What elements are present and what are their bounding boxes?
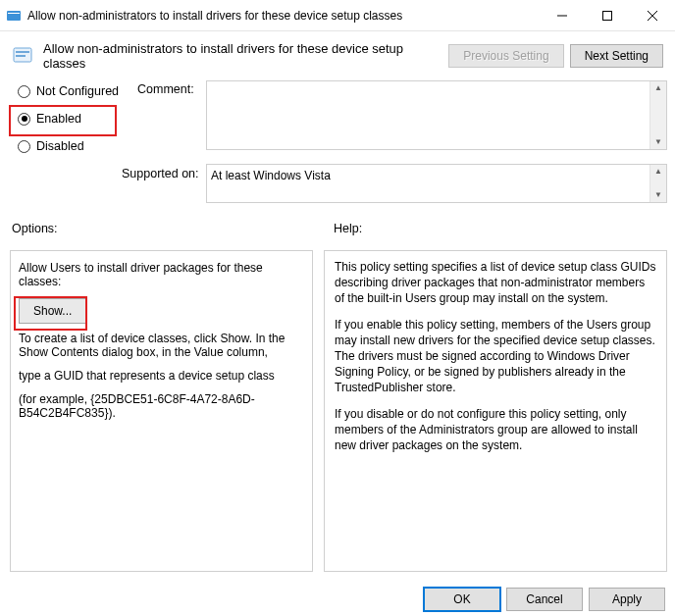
show-button[interactable]: Show... xyxy=(19,298,86,324)
previous-setting-button: Previous Setting xyxy=(448,44,563,68)
radio-not-configured[interactable]: Not Configured xyxy=(14,77,127,105)
help-paragraph: If you enable this policy setting, membe… xyxy=(335,317,656,396)
state-radio-group: Not Configured Enabled Disabled xyxy=(14,77,127,160)
policy-icon xyxy=(12,45,33,67)
policy-title: Allow non-administrators to install driv… xyxy=(43,41,439,71)
comment-textarea[interactable]: ▲ ▼ xyxy=(206,80,667,150)
svg-rect-1 xyxy=(8,13,20,14)
close-button[interactable] xyxy=(630,0,675,30)
ok-button[interactable]: OK xyxy=(424,588,500,611)
comment-label: Comment: xyxy=(137,82,194,96)
window-icon xyxy=(6,8,22,24)
scroll-up-icon: ▲ xyxy=(654,168,662,176)
radio-label: Disabled xyxy=(36,139,84,153)
options-panel: Allow Users to install driver packages f… xyxy=(10,250,313,572)
next-setting-button[interactable]: Next Setting xyxy=(570,44,663,68)
radio-disabled[interactable]: Disabled xyxy=(14,132,127,160)
radio-label: Enabled xyxy=(36,112,81,126)
radio-enabled[interactable]: Enabled xyxy=(14,105,127,132)
options-text-3: (for example, {25DBCE51-6C8F-4A72-8A6D-B… xyxy=(19,392,304,420)
radio-icon xyxy=(18,140,30,153)
dialog-footer: OK Cancel Apply xyxy=(0,583,675,616)
titlebar: Allow non-administrators to install driv… xyxy=(0,0,675,31)
maximize-button[interactable] xyxy=(585,0,630,30)
supported-on-value: At least Windows Vista xyxy=(207,165,649,202)
apply-button[interactable]: Apply xyxy=(589,588,665,611)
svg-rect-3 xyxy=(603,11,612,20)
cancel-button[interactable]: Cancel xyxy=(506,588,583,611)
radio-label: Not Configured xyxy=(36,84,119,98)
svg-rect-8 xyxy=(16,55,26,57)
options-text-1: To create a list of device classes, clic… xyxy=(19,332,304,359)
svg-rect-7 xyxy=(16,51,29,53)
options-text-2: type a GUID that represents a device set… xyxy=(19,369,304,383)
supported-on-field: At least Windows Vista ▲ ▼ xyxy=(206,164,667,203)
radio-icon xyxy=(18,113,30,126)
help-paragraph: This policy setting specifies a list of … xyxy=(335,259,656,307)
scrollbar[interactable]: ▲ ▼ xyxy=(649,81,666,149)
svg-rect-0 xyxy=(7,11,21,21)
scroll-down-icon: ▼ xyxy=(654,191,662,199)
header: Allow non-administrators to install driv… xyxy=(0,31,675,78)
options-intro: Allow Users to install driver packages f… xyxy=(19,261,304,288)
help-panel: This policy setting specifies a list of … xyxy=(324,250,667,572)
supported-on-label: Supported on: xyxy=(122,167,199,180)
scrollbar[interactable]: ▲ ▼ xyxy=(649,165,666,202)
help-paragraph: If you disable or do not configure this … xyxy=(335,406,656,454)
minimize-button[interactable] xyxy=(540,0,585,30)
scroll-down-icon: ▼ xyxy=(654,138,662,146)
options-label: Options: xyxy=(12,222,58,235)
radio-icon xyxy=(18,85,30,98)
help-label: Help: xyxy=(334,222,362,235)
window-title: Allow non-administrators to install driv… xyxy=(27,9,540,23)
scroll-up-icon: ▲ xyxy=(654,84,662,92)
